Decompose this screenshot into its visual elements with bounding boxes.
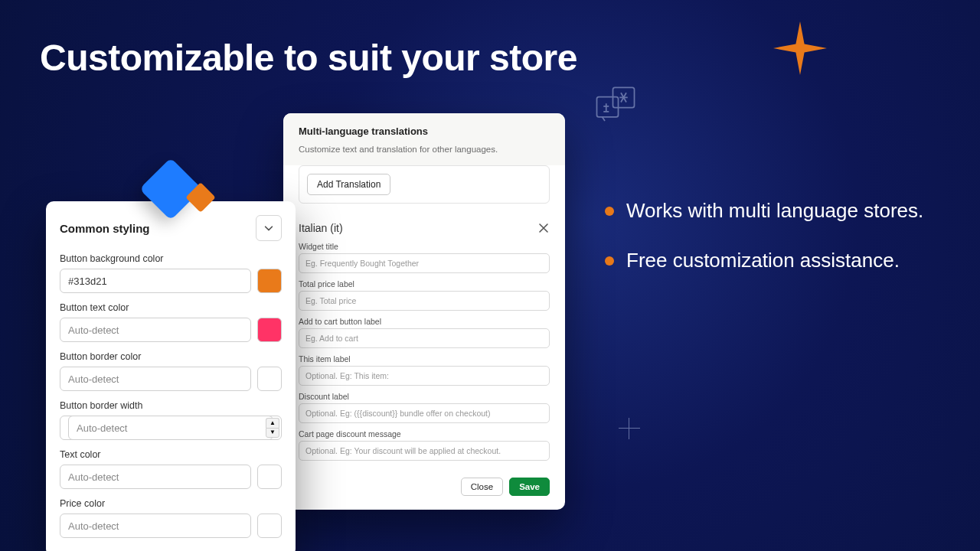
total-price-input[interactable] [299,291,550,311]
field-label: Discount label [299,392,550,401]
stepper-down-button[interactable]: ▼ [266,428,279,439]
color-swatch[interactable] [257,367,282,391]
translations-panel: Multi-language translations Customize te… [283,113,565,510]
field-label: Button text color [60,302,282,313]
field-label: This item label [299,354,550,364]
bg-color-input[interactable] [60,269,251,293]
page-title: Customizable to suit your store [40,37,577,79]
add-translation-button[interactable]: Add Translation [307,174,390,195]
widget-title-input[interactable] [299,253,550,273]
this-item-label-input[interactable] [299,366,550,386]
close-icon[interactable] [537,222,550,234]
field-label: Price color [60,498,282,509]
save-button[interactable]: Save [509,478,550,496]
feature-text: Free customization assistance. [626,249,900,272]
field-label: Button border color [60,351,282,362]
chevron-down-icon [263,223,274,233]
field-label: Cart page discount message [299,429,550,439]
crosshair-icon [619,418,640,439]
text-color2-input[interactable] [60,465,251,489]
styling-panel-title: Common styling [60,222,150,235]
text-color-input[interactable] [60,318,251,342]
translations-desc: Customize text and translation for other… [299,143,550,156]
feature-bullet: Free customization assistance. [605,249,949,272]
field-label: Add to cart button label [299,317,550,326]
field-label: Button border width [60,400,282,411]
add-to-cart-label-input[interactable] [299,328,550,348]
feature-bullet: Works with multi language stores. [605,199,949,223]
discount-label-input[interactable] [299,403,550,423]
feature-text: Works with multi language stores. [626,199,923,223]
field-label: Text color [60,449,282,460]
bullet-dot-icon [605,256,614,266]
border-color-input[interactable] [60,367,251,391]
field-label: Total price label [299,279,550,289]
border-width-input[interactable] [68,416,273,440]
styling-panel: Common styling Button background color B… [46,201,296,551]
sparkle-icon [773,21,827,75]
color-swatch[interactable] [257,318,282,342]
color-swatch[interactable] [257,465,282,489]
field-label: Button background color [60,253,282,264]
bullet-dot-icon [605,207,614,216]
field-label: Widget title [299,242,550,251]
collapse-button[interactable] [256,215,282,241]
translations-title: Multi-language translations [299,126,550,137]
close-button[interactable]: Close [461,478,503,496]
cart-discount-msg-input[interactable] [299,441,550,461]
color-swatch[interactable] [257,269,282,293]
translate-icon [594,83,637,127]
translation-fields: Widget title Total price label Add to ca… [283,239,565,473]
stepper-up-button[interactable]: ▲ [266,418,279,428]
price-color-input[interactable] [60,514,251,538]
language-name: Italian (it) [299,222,343,234]
color-swatch[interactable] [257,514,282,538]
